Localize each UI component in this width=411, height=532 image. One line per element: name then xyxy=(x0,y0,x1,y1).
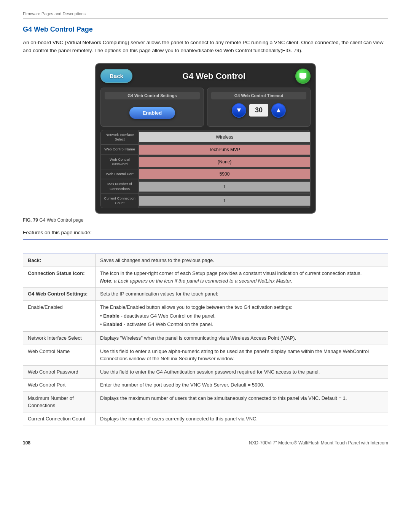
settings-row: Web Control Password(None) xyxy=(101,155,310,169)
table-cell-label: Current Connection Count xyxy=(23,412,96,425)
footer-page-number: 108 xyxy=(23,440,30,446)
table-cell-label: Enable/Enabled xyxy=(23,300,96,332)
table-cell-description: Enter the number of the port used by the… xyxy=(96,379,388,392)
table-cell-label: Network Interface Select xyxy=(23,332,96,345)
fig-caption: FIG. 79 G4 Web Control page xyxy=(23,217,388,223)
timeout-panel: G4 Web Control Timeout ▼ 30 ▲ xyxy=(207,88,311,127)
settings-row: Web Control NameTechPubs MVP xyxy=(101,145,310,155)
table-cell-description: The icon in the upper-right corner of ea… xyxy=(96,267,388,288)
table-cell-label: Back: xyxy=(23,254,96,267)
svg-rect-0 xyxy=(299,73,306,78)
monitor-icon xyxy=(299,72,307,80)
features-table: G4 Web Control PageBack:Saves all change… xyxy=(23,239,388,426)
footer-product: NXD-700Vi 7" Modero® Wall/Flush Mount To… xyxy=(249,440,388,446)
page-footer: 108 NXD-700Vi 7" Modero® Wall/Flush Moun… xyxy=(23,437,388,446)
svg-rect-2 xyxy=(301,78,306,79)
settings-value[interactable]: 5900 xyxy=(139,169,310,179)
table-cell-label: Web Control Name xyxy=(23,345,96,365)
table-cell-description: Displays the maximum number of users tha… xyxy=(96,391,388,412)
device-panels: G4 Web Control Settings Enabled G4 Web C… xyxy=(100,88,311,127)
settings-row: Max Number of Connections1 xyxy=(101,179,310,194)
svg-rect-1 xyxy=(301,78,304,78)
table-row: Web Control PortEnter the number of the … xyxy=(23,379,388,392)
bullet-list: Enable - deactivates G4 Web Control on t… xyxy=(100,311,383,328)
settings-key: Current Connection Count xyxy=(101,194,139,208)
table-row: Enable/EnabledThe Enable/Enabled button … xyxy=(23,300,388,332)
enabled-button[interactable]: Enabled xyxy=(129,107,175,119)
device-settings-area: Network Interface SelectWirelessWeb Cont… xyxy=(100,130,311,208)
settings-key: Max Number of Connections xyxy=(101,179,139,193)
table-cell-description: Sets the IP communication values for the… xyxy=(96,288,388,301)
settings-key: Network Interface Select xyxy=(101,130,139,144)
settings-panel-label: G4 Web Control Settings xyxy=(105,92,200,99)
settings-key: Web Control Port xyxy=(101,169,139,179)
settings-value[interactable]: TechPubs MVP xyxy=(139,145,310,155)
settings-value[interactable]: 1 xyxy=(139,182,310,192)
table-cell-label: Web Control Port xyxy=(23,379,96,392)
settings-value[interactable]: Wireless xyxy=(139,132,310,142)
fig-text: G4 Web Control page xyxy=(38,217,83,223)
timeout-value: 30 xyxy=(249,104,268,117)
table-cell-description: Use this field to enter the G4 Authentic… xyxy=(96,365,388,379)
table-header-row: G4 Web Control Page xyxy=(23,239,388,254)
table-cell-description: Saves all changes and returns to the pre… xyxy=(96,254,388,267)
table-cell-description: Use this field to enter a unique alpha-n… xyxy=(96,345,388,365)
table-cell-description: Displays "Wireless" when the panel is co… xyxy=(96,332,388,345)
table-row: Web Control PasswordUse this field to en… xyxy=(23,365,388,379)
settings-panel: G4 Web Control Settings Enabled xyxy=(100,88,204,127)
connection-status-icon xyxy=(295,69,311,84)
table-cell-description: Displays the number of users currently c… xyxy=(96,412,388,425)
device-screenshot: Back G4 Web Control G4 Web Control Setti… xyxy=(95,63,316,214)
table-row: Network Interface SelectDisplays "Wirele… xyxy=(23,332,388,345)
table-row: Web Control NameUse this field to enter … xyxy=(23,345,388,365)
timeout-up-button[interactable]: ▲ xyxy=(271,103,286,118)
page-title: G4 Web Control Page xyxy=(23,26,388,34)
table-row: Maximum Number of ConnectionsDisplays th… xyxy=(23,391,388,412)
settings-row: Network Interface SelectWireless xyxy=(101,130,310,145)
table-cell-label: Connection Status icon: xyxy=(23,267,96,288)
list-item: Enabled - activates G4 Web Control on th… xyxy=(100,321,383,328)
table-cell-label: Web Control Password xyxy=(23,365,96,379)
table-cell-label: G4 Web Control Settings: xyxy=(23,288,96,301)
list-item: Enable - deactivates G4 Web Control on t… xyxy=(100,312,383,320)
timeout-down-button[interactable]: ▼ xyxy=(232,103,246,118)
back-button[interactable]: Back xyxy=(100,69,132,83)
settings-value[interactable]: 1 xyxy=(139,196,310,206)
device-header: Back G4 Web Control xyxy=(100,69,311,84)
timeout-controls: ▼ 30 ▲ xyxy=(211,103,306,118)
fig-number: FIG. 79 xyxy=(23,217,38,223)
table-note: Note: a Lock appears on the icon if the … xyxy=(100,277,383,285)
settings-value[interactable]: (None) xyxy=(139,157,310,167)
features-intro: Features on this page include: xyxy=(23,230,388,235)
settings-row: Web Control Port5900 xyxy=(101,169,310,179)
table-cell-description: The Enable/Enabled button allows you to … xyxy=(96,300,388,332)
settings-key: Web Control Password xyxy=(101,155,139,169)
settings-row: Current Connection Count1 xyxy=(101,194,310,208)
table-cell-label: Maximum Number of Connections xyxy=(23,391,96,412)
table-row: Current Connection CountDisplays the num… xyxy=(23,412,388,425)
breadcrumb: Firmware Pages and Descriptions xyxy=(23,11,388,19)
table-row: Connection Status icon:The icon in the u… xyxy=(23,267,388,288)
device-title: G4 Web Control xyxy=(132,71,295,81)
intro-text: An on-board VNC (Virtual Network Computi… xyxy=(23,39,388,55)
settings-key: Web Control Name xyxy=(101,145,139,154)
table-header-cell: G4 Web Control Page xyxy=(23,239,388,254)
table-row: Back:Saves all changes and returns to th… xyxy=(23,254,388,267)
timeout-panel-label: G4 Web Control Timeout xyxy=(211,92,306,99)
table-row: G4 Web Control Settings:Sets the IP comm… xyxy=(23,288,388,301)
